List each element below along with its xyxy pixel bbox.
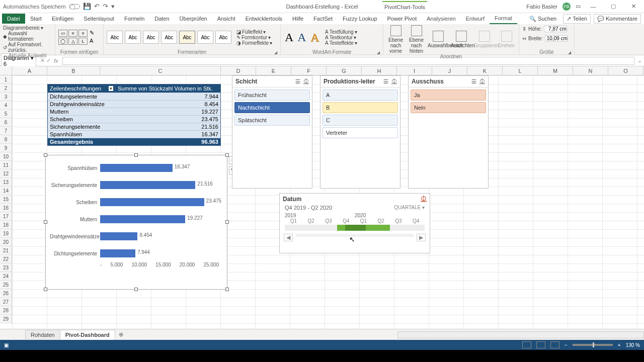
timeline-track[interactable] [285, 225, 425, 231]
rotate-button[interactable]: Drehen [497, 31, 516, 48]
multiselect-icon[interactable]: ☰ [295, 78, 300, 85]
search-button[interactable]: 🔍 Suchen [524, 14, 561, 24]
slicer-item[interactable]: Spätschicht [234, 115, 310, 126]
tab-daten[interactable]: Daten [149, 14, 174, 24]
shape-style[interactable]: Abc [161, 31, 177, 44]
wordart-style[interactable]: A [296, 30, 307, 45]
pivot-table[interactable]: Zeilenbeschriftungen▾ Summe von Stückzah… [47, 84, 221, 146]
text-fill-button[interactable]: A Textfüllung ▾ [325, 29, 357, 35]
expand-fbar-icon[interactable]: ⌄ [635, 57, 644, 64]
table-row[interactable]: Scheiben23.475 [48, 115, 220, 123]
maximize-button[interactable]: ▢ [606, 3, 621, 10]
table-row[interactable]: Spannhülsen16.347 [48, 130, 220, 138]
filter-dropdown-icon[interactable]: ▾ [109, 86, 113, 91]
shape-style[interactable]: Abc [215, 31, 231, 44]
wordart-style[interactable]: A [284, 30, 294, 45]
zoom-level[interactable]: 130 % [626, 342, 640, 348]
chart-element-selector[interactable]: Diagrammbereic ▾ [3, 25, 43, 31]
tab-seitenlayout[interactable]: Seitenlayout [78, 14, 119, 24]
minimize-button[interactable]: — [586, 4, 601, 10]
multiselect-icon[interactable]: ☰ [471, 78, 476, 85]
width-input[interactable] [545, 35, 568, 42]
record-macro-icon[interactable]: ▣ [4, 342, 9, 348]
sheet-tab[interactable]: Rohdaten [25, 330, 60, 339]
group-button[interactable]: Gruppieren [474, 31, 495, 48]
bring-forward-button[interactable]: Ebene nach vorne [386, 25, 405, 54]
shape-style[interactable]: Abc [197, 31, 213, 44]
multiselect-icon[interactable]: ☰ [383, 78, 388, 85]
save-icon[interactable]: 💾 [83, 3, 91, 10]
tab-entwicklertools[interactable]: Entwicklertools [240, 14, 287, 24]
tab-ueberpruefen[interactable]: Überprüfen [175, 14, 212, 24]
clear-filter-icon[interactable]: ⏂ [303, 78, 309, 85]
table-row[interactable]: Drahtgewindeeinsätze8.454 [48, 100, 220, 108]
zoom-in-button[interactable]: + [618, 342, 621, 348]
autosave-toggle[interactable] [69, 4, 80, 9]
zoom-out-button[interactable]: − [565, 342, 568, 348]
ribbon-mode-icon[interactable]: ▭ [576, 3, 581, 10]
shape-style[interactable]: Abc [125, 31, 141, 44]
zoom-slider[interactable] [573, 344, 613, 346]
slicer-schicht[interactable]: Schicht ☰⏂ Frühschicht Nachtschicht Spät… [232, 75, 312, 189]
tab-start[interactable]: Start [25, 14, 47, 24]
slicer-produktionsleiter[interactable]: Produktions-leiter ☰⏂ A B C Vertreter [320, 75, 400, 189]
tab-powerpivot[interactable]: Power Pivot [382, 14, 422, 24]
height-input[interactable] [544, 26, 567, 32]
select-all-cell[interactable] [0, 66, 12, 75]
outline-button[interactable]: ✎ Formkontur ▾ [236, 35, 272, 40]
change-shape-icon[interactable]: ✎ [90, 30, 97, 37]
tab-einfuegen[interactable]: Einfügen [47, 14, 78, 24]
horizontal-scrollbar[interactable] [397, 331, 644, 338]
clear-filter-icon[interactable]: ⏂ [391, 78, 397, 85]
close-button[interactable]: ✕ [626, 3, 641, 10]
textbox-icon[interactable]: A [90, 38, 97, 45]
slicer-item[interactable]: Ja [411, 89, 486, 101]
shape-style[interactable]: Abc [107, 31, 123, 44]
selection-pane-button[interactable]: Auswahlbereich [428, 31, 449, 48]
slicer-item[interactable]: B [323, 102, 398, 113]
slicer-item[interactable]: Nein [411, 102, 486, 113]
redo-icon[interactable]: ↷ [103, 3, 108, 10]
formula-bar[interactable] [62, 57, 634, 65]
pagebreak-view-button[interactable] [550, 341, 559, 348]
clear-filter-icon[interactable]: ⏂ [421, 196, 427, 203]
shape-gallery[interactable]: ▭≡≡◯△L [58, 30, 88, 45]
slicer-item[interactable]: Nachtschicht [234, 102, 310, 113]
share-button[interactable]: ↗ Teilen [563, 14, 591, 24]
timeline-prev-icon[interactable]: ◀ [284, 234, 293, 241]
table-row[interactable]: Sicherungselemente21.516 [48, 123, 220, 130]
slicer-item[interactable]: Frühschicht [234, 89, 310, 101]
pivot-chart[interactable]: + ✎ Spannhülsen16.347Sicherungselemente2… [45, 155, 227, 290]
slicer-ausschuss[interactable]: Ausschuss ☰⏂ Ja Nein [408, 75, 489, 189]
tab-factset[interactable]: FactSet [308, 14, 338, 24]
reset-style-button[interactable]: ↺ Auf Formatvorl. zurücks. [3, 42, 52, 53]
effects-button[interactable]: ◑ Formeffekte ▾ [236, 40, 272, 46]
tab-ansicht[interactable]: Ansicht [212, 14, 240, 24]
text-effects-button[interactable]: A Texteffekte ▾ [325, 40, 357, 46]
clear-filter-icon[interactable]: ⏂ [479, 78, 485, 85]
slicer-item[interactable]: A [323, 89, 398, 101]
sheet-tab[interactable]: Pivot-Dashboard [60, 330, 115, 340]
tab-format[interactable]: Format [490, 13, 517, 24]
tab-fuzzy[interactable]: Fuzzy Lookup [338, 14, 382, 24]
align-button[interactable]: Ausrichten [451, 31, 472, 48]
wordart-style[interactable]: A [309, 30, 320, 45]
table-row[interactable]: Dichtungselemente7.944 [48, 93, 220, 100]
table-row[interactable]: Muttern19.227 [48, 108, 220, 115]
tab-hilfe[interactable]: Hilfe [287, 14, 308, 24]
timeline-next-icon[interactable]: ▶ [417, 234, 426, 241]
qat-custom-icon[interactable]: ▾ [111, 3, 115, 10]
slicer-item[interactable]: Vertreter [323, 127, 398, 138]
send-backward-button[interactable]: Ebene nach hinten [407, 25, 426, 54]
worksheet-grid[interactable]: AB CD EF GH IJ KL MN O 12345678910111213… [0, 66, 644, 329]
add-sheet-button[interactable]: ⊕ [115, 330, 127, 339]
tab-analysieren[interactable]: Analysieren [422, 14, 460, 24]
format-selection-button[interactable]: ◆ Auswahl formatieren [3, 31, 52, 42]
slicer-item[interactable]: C [323, 115, 398, 126]
timeline-datum[interactable]: Datum⏂ Q4 2019 - Q2 2020QUARTALE ▾ 20192… [279, 193, 430, 253]
text-outline-button[interactable]: A Textkontur ▾ [325, 35, 357, 40]
tab-entwurf[interactable]: Entwurf [461, 14, 490, 24]
undo-icon[interactable]: ↶ [94, 3, 100, 10]
comments-button[interactable]: 💬 Kommentare [594, 14, 641, 24]
shape-style[interactable]: Abc [179, 31, 195, 44]
